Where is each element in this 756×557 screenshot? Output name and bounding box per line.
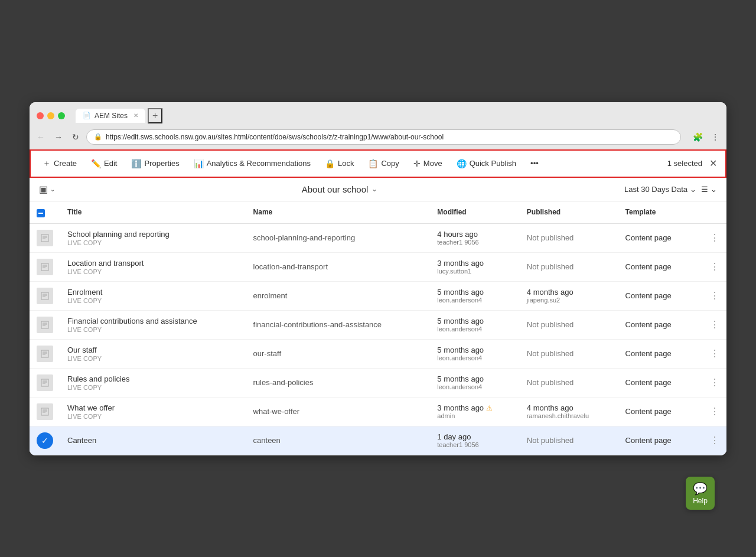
- modified-user: leon.anderson4: [437, 354, 513, 361]
- deselect-button[interactable]: ✕: [706, 157, 721, 170]
- browser-window: 📄 AEM Sites ✕ + ← → ↻ 🔒 https://edit.sws…: [30, 102, 726, 455]
- row-modified-cell: 5 months agoleon.anderson4: [430, 281, 520, 310]
- copy-button[interactable]: 📋 Copy: [361, 154, 406, 173]
- svg-rect-24: [41, 408, 48, 415]
- quick-publish-label: Quick Publish: [470, 159, 516, 168]
- col-checkbox: [30, 201, 60, 224]
- browser-actions: 🧩 ⋮: [690, 131, 722, 143]
- published-time: 4 months ago: [527, 403, 611, 412]
- analytics-icon: 📊: [194, 159, 204, 168]
- row-checkbox-cell: [30, 397, 60, 426]
- row-title-cell: Canteen: [60, 426, 246, 455]
- move-button[interactable]: ✛ Move: [406, 154, 449, 173]
- date-filter-button[interactable]: Last 30 Days Data ⌄: [624, 185, 696, 194]
- table-row[interactable]: Our staffLIVE COPYour-staff5 months agol…: [30, 339, 726, 368]
- table-row[interactable]: EnrolmentLIVE COPYenrolment5 months agol…: [30, 281, 726, 310]
- item-title: Financial contributions and assistance: [67, 317, 239, 325]
- table-row[interactable]: Financial contributions and assistanceLI…: [30, 310, 726, 339]
- properties-button[interactable]: ℹ️ Properties: [124, 154, 186, 173]
- help-label: Help: [693, 497, 708, 505]
- edit-button[interactable]: ✏️ Edit: [84, 154, 124, 173]
- row-modified-cell: 4 hours agoteacher1 9056: [430, 223, 520, 252]
- modified-user: lucy.sutton1: [437, 268, 513, 275]
- copy-icon: 📋: [368, 159, 378, 168]
- col-template: Template: [618, 201, 696, 224]
- table-row[interactable]: ✓Canteencanteen1 day agoteacher1 9056Not…: [30, 426, 726, 455]
- analytics-label: Analytics & Recommendations: [207, 159, 311, 168]
- table-row[interactable]: School planning and reportingLIVE COPYsc…: [30, 223, 726, 252]
- table-row[interactable]: Rules and policiesLIVE COPYrules-and-pol…: [30, 368, 726, 397]
- close-traffic-light[interactable]: [37, 112, 44, 119]
- selected-checkmark[interactable]: ✓: [37, 432, 53, 449]
- row-action-menu[interactable]: ⋮: [703, 290, 719, 301]
- table-row[interactable]: What we offerLIVE COPYwhat-we-offer3 mon…: [30, 397, 726, 426]
- help-button[interactable]: 💬 Help: [686, 477, 715, 510]
- row-published-cell: 4 months agoramanesh.chithravelu: [520, 397, 618, 426]
- selected-info: 1 selected ✕: [667, 157, 721, 170]
- sidebar-toggle-button[interactable]: ▣ ⌄: [39, 184, 55, 195]
- row-checkbox-cell: ✓: [30, 426, 60, 455]
- published-status: Not published: [527, 320, 611, 329]
- row-actions-cell: ⋮: [696, 368, 726, 397]
- page-thumbnail-icon: [37, 230, 53, 246]
- lock-label: Lock: [338, 159, 354, 168]
- row-published-cell: Not published: [520, 310, 618, 339]
- more-button[interactable]: •••: [523, 154, 546, 172]
- row-template-cell: Content page: [618, 310, 696, 339]
- published-status: Not published: [527, 436, 611, 445]
- svg-rect-16: [41, 350, 48, 357]
- help-chat-icon: 💬: [693, 481, 708, 496]
- create-label: Create: [54, 159, 77, 168]
- aem-toolbar: ＋ Create ✏️ Edit ℹ️ Properties 📊 Analyti…: [30, 149, 726, 178]
- active-tab[interactable]: 📄 AEM Sites ✕: [76, 109, 145, 123]
- view-chevron: ⌄: [711, 185, 717, 194]
- row-name-cell: canteen: [246, 426, 431, 455]
- item-subtitle: LIVE COPY: [67, 326, 239, 333]
- reload-button[interactable]: ↻: [70, 131, 82, 143]
- row-action-menu[interactable]: ⋮: [703, 232, 719, 243]
- tab-close-button[interactable]: ✕: [133, 112, 138, 119]
- maximize-traffic-light[interactable]: [58, 112, 65, 119]
- page-title-chevron[interactable]: ⌄: [372, 185, 377, 193]
- col-actions: [696, 201, 726, 224]
- menu-button[interactable]: ⋮: [709, 131, 722, 143]
- create-button[interactable]: ＋ Create: [35, 154, 84, 174]
- published-status: Not published: [527, 349, 611, 358]
- extensions-button[interactable]: 🧩: [690, 131, 705, 143]
- modified-user: leon.anderson4: [437, 297, 513, 304]
- svg-rect-12: [41, 321, 48, 328]
- move-icon: ✛: [413, 159, 421, 168]
- row-template-cell: Content page: [618, 223, 696, 252]
- page-title-area: About our school ⌄: [60, 184, 620, 194]
- new-tab-button[interactable]: +: [148, 108, 162, 123]
- row-action-menu[interactable]: ⋮: [703, 406, 719, 417]
- forward-button[interactable]: →: [52, 131, 65, 143]
- select-all-checkbox[interactable]: [37, 209, 45, 217]
- back-button[interactable]: ←: [34, 131, 47, 143]
- row-actions-cell: ⋮: [696, 310, 726, 339]
- traffic-lights: [37, 112, 65, 119]
- analytics-button[interactable]: 📊 Analytics & Recommendations: [187, 154, 318, 173]
- modified-user: teacher1 9056: [437, 239, 513, 246]
- row-action-menu[interactable]: ⋮: [703, 377, 719, 388]
- row-title-cell: Our staffLIVE COPY: [60, 339, 246, 368]
- item-title: Enrolment: [67, 288, 239, 297]
- minimize-traffic-light[interactable]: [47, 112, 54, 119]
- lock-button[interactable]: 🔒 Lock: [318, 154, 361, 173]
- table-row[interactable]: Location and transportLIVE COPYlocation-…: [30, 252, 726, 281]
- url-bar[interactable]: 🔒 https://edit.sws.schools.nsw.gov.au/si…: [86, 129, 681, 145]
- quick-publish-button[interactable]: 🌐 Quick Publish: [449, 154, 523, 173]
- published-user: ramanesh.chithravelu: [527, 412, 611, 419]
- row-actions-cell: ⋮: [696, 397, 726, 426]
- svg-rect-0: [41, 234, 48, 242]
- item-subtitle: LIVE COPY: [67, 268, 239, 275]
- row-action-menu[interactable]: ⋮: [703, 319, 719, 330]
- row-action-menu[interactable]: ⋮: [703, 261, 719, 272]
- svg-rect-4: [41, 263, 48, 271]
- row-action-menu[interactable]: ⋮: [703, 348, 719, 359]
- row-action-menu[interactable]: ⋮: [703, 435, 719, 446]
- lock-icon: 🔒: [94, 133, 102, 141]
- published-status: Not published: [527, 378, 611, 387]
- view-toggle-button[interactable]: ☰ ⌄: [701, 185, 717, 194]
- content-table: Title Name Modified Published Template S…: [30, 201, 726, 455]
